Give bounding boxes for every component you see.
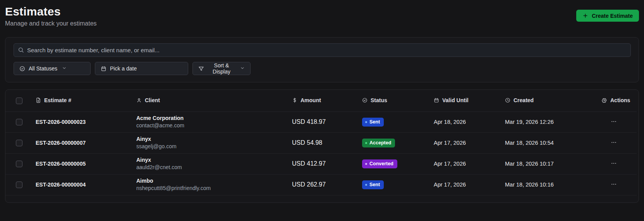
status-badge: Sent (362, 180, 384, 189)
page-title: Estimates (5, 5, 97, 18)
estimate-number: EST-2026-00000007 (36, 140, 86, 146)
valid-until-value: Apr 17, 2026 (434, 140, 466, 146)
create-estimate-button[interactable]: Create Estimate (576, 10, 639, 22)
table-header-row: Estimate # Client Amount (5, 90, 637, 111)
created-value: Mar 19, 2026 12:26 (505, 119, 554, 125)
column-header-status: Status (371, 97, 387, 103)
created-value: Mar 18, 2026 10:16 (505, 182, 554, 188)
plus-icon (582, 13, 588, 19)
valid-until-value: Apr 17, 2026 (434, 182, 466, 188)
client-name: Acme Corporation (136, 115, 292, 122)
status-label: Sent (369, 119, 380, 125)
status-filter-label: All Statuses (29, 65, 57, 72)
status-dot-icon (365, 184, 367, 186)
calendar-icon (434, 98, 439, 103)
filters-panel: All Statuses Pick a date Sort & Display (5, 37, 639, 82)
table-row[interactable]: EST-2026-00000023 Acme Corporation conta… (5, 111, 637, 132)
table-row[interactable]: EST-2026-00000005 Ainyx aauld2r@cnet.com… (5, 153, 637, 174)
table-row[interactable]: EST-2026-00000004 Aimbo nshepcutt85@prin… (5, 174, 637, 195)
filter-button-row: All Statuses Pick a date Sort & Display (14, 62, 630, 75)
date-filter-button[interactable]: Pick a date (95, 62, 188, 75)
search-icon (18, 47, 24, 55)
row-actions-button[interactable] (608, 138, 619, 148)
chevron-down-icon (240, 65, 245, 72)
dollar-icon (292, 98, 297, 103)
ellipsis-icon (611, 139, 617, 147)
status-dot-icon (365, 121, 367, 123)
amount-value: USD 412.97 (292, 160, 326, 167)
calendar-icon (101, 66, 106, 72)
create-estimate-label: Create Estimate (592, 13, 633, 19)
chevron-down-icon (62, 65, 67, 72)
status-filter-button[interactable]: All Statuses (14, 62, 91, 75)
row-checkbox[interactable] (16, 119, 22, 125)
ellipsis-icon (611, 181, 617, 188)
status-label: Accepted (369, 140, 391, 146)
status-badge: Converted (362, 159, 397, 168)
ellipsis-icon (611, 160, 617, 168)
clock-icon (505, 98, 510, 103)
estimates-table-panel: Estimate # Client Amount (5, 89, 639, 203)
funnel-icon (198, 66, 204, 72)
column-header-created: Created (513, 97, 534, 103)
date-filter-label: Pick a date (110, 65, 137, 72)
status-badge: Sent (362, 118, 384, 127)
column-header-estimate: Estimate # (44, 97, 71, 103)
status-label: Converted (369, 161, 393, 166)
client-name: Ainyx (136, 156, 292, 164)
client-email: nshepcutt85@printfriendly.com (136, 185, 292, 192)
estimate-number: EST-2026-00000005 (36, 161, 86, 167)
page-heading-group: Estimates Manage and track your estimate… (5, 5, 97, 27)
estimates-table: Estimate # Client Amount (5, 90, 637, 195)
amount-value: USD 418.97 (292, 118, 326, 125)
search-input[interactable] (14, 43, 631, 57)
row-checkbox[interactable] (16, 182, 22, 188)
column-header-valid-until: Valid Until (442, 97, 469, 103)
row-checkbox[interactable] (16, 140, 22, 146)
client-email: aauld2r@cnet.com (136, 164, 292, 171)
status-dot-icon (365, 142, 367, 144)
user-icon (136, 98, 142, 103)
column-header-amount: Amount (301, 97, 321, 103)
sort-display-label: Sort & Display (208, 62, 235, 75)
column-header-actions: Actions (610, 97, 630, 103)
select-all-checkbox[interactable] (16, 98, 22, 104)
valid-until-value: Apr 17, 2026 (434, 161, 466, 167)
sort-display-button[interactable]: Sort & Display (192, 62, 251, 75)
status-label: Sent (369, 182, 380, 187)
client-name: Ainyx (136, 135, 292, 143)
client-email: ssagelj@go.com (136, 143, 292, 150)
amount-value: USD 262.97 (292, 181, 326, 188)
page-header: Estimates Manage and track your estimate… (0, 0, 644, 27)
row-actions-button[interactable] (608, 180, 619, 190)
row-checkbox[interactable] (16, 161, 22, 167)
file-text-icon (36, 98, 41, 103)
search-field-wrapper (14, 43, 631, 57)
circle-check-icon (19, 66, 25, 72)
status-circle-check-icon (362, 98, 368, 103)
gear-icon (602, 98, 607, 103)
valid-until-value: Apr 18, 2026 (434, 119, 466, 125)
client-email: contact@acme.com (136, 122, 292, 129)
created-value: Mar 18, 2026 10:54 (505, 140, 554, 146)
row-actions-button[interactable] (608, 159, 619, 169)
estimate-number: EST-2026-00000023 (36, 119, 86, 125)
created-value: Mar 18, 2026 10:17 (505, 161, 554, 167)
client-name: Aimbo (136, 177, 292, 185)
status-dot-icon (365, 163, 367, 165)
status-badge: Accepted (362, 139, 395, 147)
amount-value: USD 54.98 (292, 139, 322, 146)
estimate-number: EST-2026-00000004 (36, 182, 86, 188)
column-header-client: Client (145, 97, 160, 103)
ellipsis-icon (611, 118, 617, 126)
page-subtitle: Manage and track your estimates (5, 20, 97, 27)
table-row[interactable]: EST-2026-00000007 Ainyx ssagelj@go.com U… (5, 132, 637, 153)
row-actions-button[interactable] (608, 117, 619, 127)
